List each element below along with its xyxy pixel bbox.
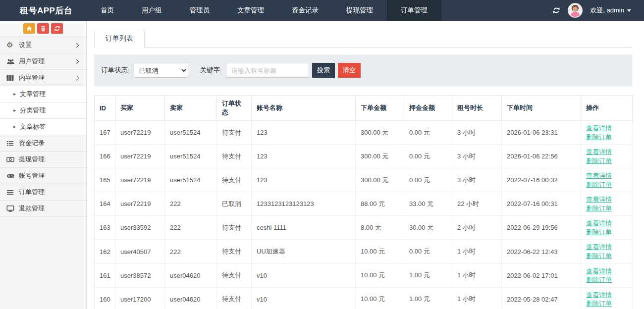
nav-item[interactable]: 用户组 xyxy=(128,0,176,21)
keyword-input[interactable] xyxy=(226,63,309,78)
nav-item[interactable]: 管理员 xyxy=(176,0,224,21)
cell-actions: 查看详情删除订单 xyxy=(581,216,633,240)
cell-deposit: 33.00 元 xyxy=(404,192,452,216)
refresh-icon[interactable] xyxy=(552,6,560,14)
view-detail-link[interactable]: 查看详情 xyxy=(586,124,627,133)
search-button[interactable]: 搜索 xyxy=(312,63,335,78)
nav-item[interactable]: 首页 xyxy=(87,0,128,21)
column-header: 押金金额 xyxy=(404,96,452,121)
delete-order-link[interactable]: 删除订单 xyxy=(586,180,627,189)
clear-button[interactable]: 清空 xyxy=(338,63,361,78)
chevron-right-icon xyxy=(74,75,79,80)
cell-deposit: 30.00 元 xyxy=(404,216,452,240)
cell-time: 2022-07-16 00:32 xyxy=(502,168,581,192)
home-button[interactable] xyxy=(23,23,35,34)
table-row: 164user72219222已取消123312312312312388.00 … xyxy=(95,192,633,216)
delete-order-link[interactable]: 删除订单 xyxy=(586,299,627,308)
delete-order-link[interactable]: 删除订单 xyxy=(586,133,627,142)
cell-seller: user51524 xyxy=(165,168,217,192)
cell-actions: 查看详情删除订单 xyxy=(581,240,633,263)
cell-account: 123 xyxy=(252,145,356,168)
delete-order-link[interactable]: 删除订单 xyxy=(586,204,627,213)
tab-label: 订单列表 xyxy=(106,34,133,42)
view-detail-link[interactable]: 查看详情 xyxy=(586,171,627,180)
delete-order-link[interactable]: 删除订单 xyxy=(586,252,627,260)
view-detail-link[interactable]: 查看详情 xyxy=(586,291,627,300)
sidebar-item[interactable]: ▸文章管理 xyxy=(0,86,86,103)
home-icon xyxy=(26,25,33,32)
tab-order-list[interactable]: 订单列表 xyxy=(94,30,145,48)
sidebar-item[interactable]: 内容管理 xyxy=(0,70,86,86)
cell-buyer: user72219 xyxy=(115,145,165,168)
view-detail-link[interactable]: 查看详情 xyxy=(586,148,627,156)
nav-item[interactable]: 文章管理 xyxy=(223,0,278,21)
sidebar-item-label: 账号管理 xyxy=(19,171,45,180)
cell-actions: 查看详情删除订单 xyxy=(581,192,633,216)
cell-amount: 300.00 元 xyxy=(356,168,404,192)
recycle-icon xyxy=(54,25,60,32)
sidebar-item[interactable]: 提现管理 xyxy=(0,152,86,168)
cell-actions: 查看详情删除订单 xyxy=(581,168,633,192)
navbar-right: 欢迎, admin xyxy=(552,0,644,21)
sidebar-item-label: 资金记录 xyxy=(19,139,45,148)
cell-status: 待支付 xyxy=(217,287,252,309)
cell-amount: 10.00 元 xyxy=(356,287,404,309)
sidebar-item[interactable]: ▸分类管理 xyxy=(0,103,86,119)
cell-duration: 1 小时 xyxy=(452,240,502,263)
cell-id: 161 xyxy=(95,263,115,287)
order-status-select[interactable]: 已取消 xyxy=(134,63,188,78)
nav-item[interactable]: 订单管理 xyxy=(387,0,441,21)
cell-seller: user51524 xyxy=(165,121,217,145)
sidebar-item-label: 用户管理 xyxy=(19,57,45,66)
sidebar-menu: ⚙设置用户管理内容管理▸文章管理▸分类管理▸文章标签资金记录提现管理账号管理订单… xyxy=(0,37,86,217)
money-icon xyxy=(6,155,19,163)
sidebar-item[interactable]: 资金记录 xyxy=(0,135,86,152)
trash-button[interactable] xyxy=(37,23,49,34)
tab-strip: 订单列表 xyxy=(94,30,632,48)
cell-deposit: 1.00 元 xyxy=(404,287,452,309)
delete-order-link[interactable]: 删除订单 xyxy=(586,275,627,284)
cell-deposit: 0.00 元 xyxy=(404,240,452,263)
cell-account: v10 xyxy=(252,263,356,287)
orders-table-body: 167user72219user51524待支付123300.00 元0.00 … xyxy=(95,121,633,309)
user-menu[interactable]: 欢迎, admin xyxy=(590,6,631,15)
cell-amount: 10.00 元 xyxy=(356,240,404,263)
table-row: 167user72219user51524待支付123300.00 元0.00 … xyxy=(95,121,633,145)
cell-account: UU加速器 xyxy=(252,240,356,263)
cell-amount: 10.00 元 xyxy=(356,263,404,287)
cell-id: 163 xyxy=(95,216,115,240)
sidebar-item-label: 退款管理 xyxy=(19,204,45,213)
cell-status: 待支付 xyxy=(217,240,252,263)
cell-time: 2026-01-06 22:56 xyxy=(502,145,581,168)
table-row: 166user72219user51524待支付123300.00 元0.00 … xyxy=(95,145,633,168)
recycle-button[interactable] xyxy=(51,23,63,34)
view-detail-link[interactable]: 查看详情 xyxy=(586,219,627,228)
column-header: ID xyxy=(95,96,115,121)
cell-actions: 查看详情删除订单 xyxy=(581,287,633,309)
sidebar-item[interactable]: ⚙设置 xyxy=(0,37,86,53)
view-detail-link[interactable]: 查看详情 xyxy=(586,267,627,276)
column-header: 下单金额 xyxy=(356,96,404,121)
view-detail-link[interactable]: 查看详情 xyxy=(586,243,627,252)
sidebar-item[interactable]: 用户管理 xyxy=(0,53,86,70)
nav-item[interactable]: 提现管理 xyxy=(332,0,387,21)
nav-item[interactable]: 资金记录 xyxy=(278,0,332,21)
delete-order-link[interactable]: 删除订单 xyxy=(586,156,627,165)
avatar[interactable] xyxy=(568,3,583,18)
sidebar-item[interactable]: 订单管理 xyxy=(0,184,86,201)
view-detail-link[interactable]: 查看详情 xyxy=(586,195,627,204)
gears-icon: ⚙ xyxy=(6,42,19,49)
column-header: 买家 xyxy=(115,96,165,121)
delete-order-link[interactable]: 删除订单 xyxy=(586,228,627,237)
cell-time: 2022-05-28 02:47 xyxy=(502,287,581,309)
cell-amount: 8.00 元 xyxy=(356,216,404,240)
cell-time: 2022-06-29 19:56 xyxy=(502,216,581,240)
welcome-text: 欢迎, admin xyxy=(590,6,624,15)
sidebar-item[interactable]: 退款管理 xyxy=(0,201,86,217)
cell-duration: 1 小时 xyxy=(452,263,502,287)
sidebar-item-label: 设置 xyxy=(19,41,32,50)
cell-seller: 222 xyxy=(165,240,217,263)
column-header: 订单状态 xyxy=(217,96,252,121)
sidebar-item[interactable]: 账号管理 xyxy=(0,168,86,184)
sidebar-item[interactable]: ▸文章标签 xyxy=(0,119,86,135)
